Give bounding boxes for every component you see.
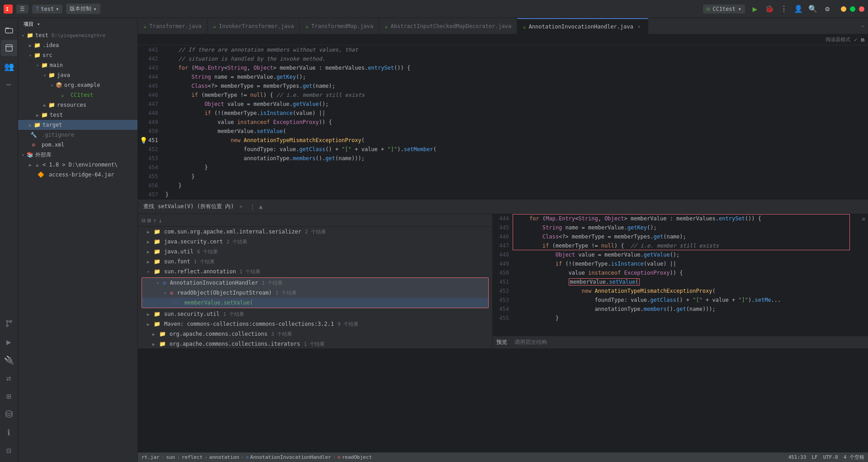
call-hierarchy-tab[interactable]: 调用层次结构 xyxy=(514,338,547,346)
reader-mode-button[interactable]: 阅读器模式 xyxy=(826,36,850,43)
code-editor[interactable]: 441 442 443 444 445 446 447 448 449 450 … xyxy=(138,45,868,199)
sidebar-item-src[interactable]: ▾ 📁 src xyxy=(18,50,137,60)
breadcrumb-item: rt.jar xyxy=(142,454,160,460)
activity-layout-icon[interactable]: ⊟ xyxy=(1,442,17,458)
activity-terminal-icon[interactable]: ⊞ xyxy=(1,388,17,404)
sidebar-item-org-example[interactable]: ▾ 📦 org.example xyxy=(18,80,137,90)
debug-button[interactable]: 🐞 xyxy=(765,5,774,14)
activity-plugin-icon[interactable]: 🔌 xyxy=(1,352,17,368)
tab-invoker[interactable]: ☕ InvokerTransformer.java xyxy=(208,18,300,34)
preview-line: if (memberType != null) { // i.e. member… xyxy=(516,241,855,250)
bottom-content: ⊟ ⊞ ↑ ↓ ▶ 📁 com.sun.org.apache.xml.inter… xyxy=(138,214,868,348)
sidebar-header: 项目 ▾ xyxy=(18,18,137,30)
tab-annotation[interactable]: ☕ AnnotationInvocationHandler.java ✕ xyxy=(517,18,648,34)
expand-icon: ▶ xyxy=(145,311,151,317)
search-icon[interactable]: 🔍 xyxy=(808,5,817,14)
up-icon[interactable]: ↑ xyxy=(153,217,156,224)
expand-icon: ▶ xyxy=(145,248,151,255)
result-count: 9 个结果 xyxy=(338,321,359,328)
activity-people-icon[interactable]: 👥 xyxy=(1,58,17,74)
run-config-btn[interactable]: ⊡ CC1test ▾ xyxy=(703,5,745,14)
preview-code[interactable]: 444 445 446 447 448 449 450 451 452 453 xyxy=(493,214,868,336)
down-icon[interactable]: ↓ xyxy=(158,217,162,224)
sidebar-item-external[interactable]: ▾ 📚 外部库 xyxy=(18,150,137,160)
activity-folder-icon[interactable] xyxy=(1,22,17,38)
sidebar-item-pom[interactable]: ⚙ pom.xml xyxy=(18,140,137,150)
sidebar-item-target[interactable]: ▶ 📁 target xyxy=(18,120,137,130)
result-group-java-security[interactable]: ▶ 📁 java.security.cert 2 个结果 xyxy=(138,237,492,247)
activity-run-icon[interactable]: ▶ xyxy=(1,333,17,350)
more-button[interactable]: ⋮ xyxy=(779,5,788,14)
run-button[interactable]: ▶ xyxy=(750,5,760,14)
tab-transformer[interactable]: ☕ Transformer.java xyxy=(138,18,208,34)
result-line-451[interactable]: 451 memberValue.setValue( xyxy=(142,298,488,308)
activity-project-icon[interactable] xyxy=(1,40,17,56)
result-label: sun.font xyxy=(164,258,190,265)
code-line: String name = memberValue.getKey(); xyxy=(165,72,864,81)
sidebar-item-access-bridge[interactable]: 🔶 access-bridge-64.jar xyxy=(18,170,137,180)
project-menu[interactable]: ☰ xyxy=(16,5,28,14)
sidebar-item-cc1test[interactable]: ☕ CC1test xyxy=(18,90,137,100)
sidebar-content[interactable]: ▾ 📁 test D:\yingwenmingthre ▶ 📁 .idea ▾ … xyxy=(18,30,137,462)
line-ending: LF xyxy=(811,454,817,460)
tab-close-icon[interactable]: ✕ xyxy=(636,24,642,30)
account-icon[interactable]: 👤 xyxy=(794,5,803,14)
result-group-sun-security[interactable]: ▶ 📁 sun.security.util 1 个结果 xyxy=(138,309,492,319)
activity-git-icon[interactable] xyxy=(1,315,17,332)
java-file-icon: ☕ xyxy=(385,23,388,29)
expand-icon: ▶ xyxy=(151,341,157,347)
tree-label: org.example xyxy=(64,82,100,88)
sidebar-item-java[interactable]: ▾ 📁 java xyxy=(18,70,137,80)
result-group-java-util[interactable]: ▶ 📁 java.util 6 个结果 xyxy=(138,247,492,257)
settings-icon[interactable]: ⚙ xyxy=(823,5,832,14)
sidebar-item-jdk[interactable]: ▶ ☕ < 1.8 > D:\environment\ xyxy=(18,160,137,170)
tab-more-button[interactable]: ⋯ xyxy=(858,23,868,29)
sidebar-item-test-dir[interactable]: ▶ 📁 test xyxy=(18,110,137,120)
result-group-sun-reflect[interactable]: ▾ 📁 sun.reflect.annotation 1 个结果 ▾ ⊙ xyxy=(138,267,492,308)
code-line: Class<?> memberType = memberTypes.get(na… xyxy=(165,81,864,90)
results-panel[interactable]: ⊟ ⊞ ↑ ↓ ▶ 📁 com.sun.org.apache.xml.inter… xyxy=(138,214,493,348)
sidebar-item-resources[interactable]: ▶ 📁 resources xyxy=(18,100,137,110)
result-read-object[interactable]: ▾ ⊙ readObject(ObjectInputStream) 1 个结果 xyxy=(142,288,488,298)
expand-icon: ▶ xyxy=(145,229,151,235)
result-group-com-sun[interactable]: ▶ 📁 com.sun.org.apache.xml.internal.seri… xyxy=(138,227,492,237)
activity-dots-icon[interactable]: ⋯ xyxy=(1,76,17,92)
sidebar-item-gitignore[interactable]: 🔧 .gitignore xyxy=(18,130,137,140)
scroll-icon[interactable]: ≡ xyxy=(862,216,865,222)
result-count: 1 个结果 xyxy=(194,258,215,265)
activity-arrow-icon[interactable]: ⇄ xyxy=(1,370,17,386)
collapse-all-icon[interactable]: ⊟ xyxy=(142,217,145,224)
minimize-button[interactable] xyxy=(841,6,846,12)
close-button[interactable] xyxy=(859,6,864,12)
expand-icon: ▾ xyxy=(145,268,151,275)
result-group-org-iterators[interactable]: ▶ 📁 org.apache.commons.collections.itera… xyxy=(138,339,492,348)
result-annotation-handler[interactable]: ▾ ⊙ AnnotationInvocationHandler 1 个结果 xyxy=(142,278,488,288)
project-btn[interactable]: T test ▾ xyxy=(32,5,62,14)
activity-info-icon[interactable]: ℹ xyxy=(1,424,17,440)
tab-label: InvokerTransformer.java xyxy=(219,23,294,29)
vcs-btn[interactable]: 版本控制 ▾ xyxy=(66,4,100,14)
tab-abstract[interactable]: ☕ AbstractInputCheckedMapDecorator.java xyxy=(379,18,518,34)
panel-collapse-icon[interactable]: ▲ xyxy=(259,203,263,210)
preview-line: String name = memberValue.getKey(); xyxy=(516,223,855,232)
sidebar-item-test-root[interactable]: ▾ 📁 test D:\yingwenmingthre xyxy=(18,30,137,40)
result-group-org-apache[interactable]: ▶ 📁 org.apache.commons.collections 3 个结果 xyxy=(138,329,492,339)
sidebar-toggle-icon[interactable]: m xyxy=(861,36,864,43)
preview-line: foundType: value.getClass() + "[" + valu… xyxy=(516,295,855,305)
sidebar-item-main[interactable]: ▾ 📁 main xyxy=(18,60,137,70)
panel-more-icon[interactable]: ⋮ xyxy=(250,203,255,210)
preview-line: value instanceof ExceptionProxy)) { xyxy=(516,268,855,277)
activity-db-icon[interactable] xyxy=(1,406,17,422)
title-bar: I ☰ T test ▾ 版本控制 ▾ ⊡ CC1test ▾ ▶ 🐞 ⋮ 👤 … xyxy=(0,0,868,18)
status-bar: rt.jar › sun › reflect › annotation › ⊙ … xyxy=(138,452,868,462)
result-group-maven[interactable]: ▶ 📁 Maven: commons-collections:commons-c… xyxy=(138,319,492,329)
folder-icon: 📁 xyxy=(33,121,41,129)
tab-transformed[interactable]: ☕ TransformedMap.java xyxy=(300,18,379,34)
code-line: if (!(memberType.isInstance(value) || xyxy=(165,109,864,118)
result-group-sun-font[interactable]: ▶ 📁 sun.font 1 个结果 xyxy=(138,257,492,267)
sidebar-item-idea[interactable]: ▶ 📁 .idea xyxy=(18,40,137,50)
git-file-icon: 🔧 xyxy=(27,131,40,138)
expand-all-icon[interactable]: ⊞ xyxy=(147,217,151,224)
maximize-button[interactable] xyxy=(850,6,855,12)
preview-tab[interactable]: 预览 xyxy=(496,338,507,346)
